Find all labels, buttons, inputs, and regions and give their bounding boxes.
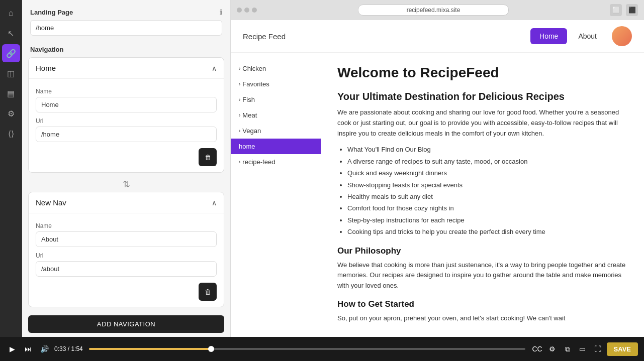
home-url-label: Url [36,117,217,125]
browser-dot-1 [237,8,242,13]
chevron-chicken: › [239,66,240,71]
browser-desktop-icon[interactable]: ⬛ [626,4,638,16]
sidebar-favorites[interactable]: › Favorites [231,76,321,92]
new-nav-name-input[interactable] [36,231,217,247]
new-nav-url-input[interactable] [36,261,217,277]
browser-dot-3 [252,8,257,13]
chevron-vegan: › [239,128,240,134]
video-time: 0:33 / 1:54 [54,345,83,352]
skip-button[interactable]: ⏭ [22,343,34,355]
sidebar-item-image[interactable]: ▤ [2,84,20,102]
site-main-subtitle: Your Ultimate Destination for Delicious … [337,91,628,102]
site-header: Recipe Feed Home About [231,20,644,53]
icon-sidebar: ⌂ ↖ 🔗 ◫ ▤ ⚙ ⟨⟩ [0,0,22,337]
chevron-up-icon: ∧ [212,64,217,72]
browser-actions: ⬜ ⬛ [610,4,638,16]
sidebar-fish[interactable]: › Fish [231,92,321,107]
panel-header: Landing Page ℹ [22,0,230,20]
nav-card-home: Home ∧ Name Url 🗑 [28,57,224,173]
browser-chrome: recipefeed.mixa.site ⬜ ⬛ [231,0,644,20]
fullscreen-button[interactable]: ⛶ [592,343,604,355]
chevron-up-icon-2: ∧ [212,199,217,207]
nav-card-new-nav-header[interactable]: New Nav ∧ [29,192,224,213]
sidebar-vegan[interactable]: › Vegan [231,123,321,139]
new-nav-url-label: Url [36,252,217,259]
site-main-intro: We are passionate about cooking and shar… [337,107,628,139]
nav-section-label: Navigation [22,42,230,57]
sidebar-item-code[interactable]: ⟨⟩ [2,125,20,143]
site-nav-about[interactable]: About [569,28,606,44]
nav-card-home-title: Home [36,64,56,72]
settings-video-button[interactable]: ⚙ [546,343,559,355]
list-item-6: Comfort food for those cozy nights in [347,202,628,214]
play-button[interactable]: ▶ [6,343,18,355]
video-progress-thumb [208,346,214,352]
new-nav-name-label: Name [36,222,217,229]
cc-button[interactable]: CC [531,343,543,355]
browser-dots [237,8,257,13]
browser-url-bar[interactable]: recipefeed.mixa.site [358,5,509,16]
theater-button[interactable]: ▭ [577,343,589,355]
video-progress-fill [89,348,211,350]
website-frame: Recipe Feed Home About › Chicken › Favor… [231,20,644,337]
left-panel: Landing Page ℹ Navigation Home ∧ Name Ur… [22,0,231,337]
landing-url-container [22,20,230,42]
home-name-input[interactable] [36,97,217,112]
sidebar-item-layers[interactable]: ◫ [2,64,20,82]
list-item-8: Cooking tips and tricks to help you crea… [347,226,628,237]
nav-card-home-body: Name Url 🗑 [29,78,224,173]
save-button[interactable]: SAVE [607,342,638,356]
site-content: › Chicken › Favorites › Fish › Meat › Ve… [231,53,644,337]
sidebar-meat[interactable]: › Meat [231,107,321,123]
chevron-favorites: › [239,81,240,87]
pip-button[interactable]: ⧉ [562,343,574,355]
sidebar-chicken[interactable]: › Chicken [231,61,321,76]
chevron-recipe-feed: › [239,159,240,165]
chevron-meat: › [239,112,240,118]
new-nav-delete-button[interactable]: 🗑 [199,283,217,301]
site-logo: Recipe Feed [243,32,286,41]
list-item-1: What You'll Find on Our Blog [347,144,628,155]
sidebar-item-home[interactable]: ⌂ [2,4,20,22]
get-started-text: So, put on your apron, preheat your oven… [337,313,628,324]
video-progress-bar[interactable] [89,348,525,350]
list-item-7: Step-by-step instructions for each recip… [347,214,628,226]
volume-button[interactable]: 🔊 [38,343,50,355]
list-item-3: Quick and easy weeknight dinners [347,167,628,179]
site-nav-home[interactable]: Home [530,28,567,44]
list-item-2: A diverse range of recipes to suit any t… [347,156,628,167]
philosophy-text: We believe that cooking is more than jus… [337,260,628,291]
list-item-5: Healthy meals to suit any diet [347,191,628,202]
browser-preview: recipefeed.mixa.site ⬜ ⬛ Recipe Feed Hom… [231,0,644,337]
sidebar-item-settings[interactable]: ⚙ [2,104,20,123]
landing-url-input[interactable] [30,20,222,36]
list-item-4: Show-stopping feasts for special events [347,179,628,191]
browser-tablet-icon[interactable]: ⬜ [610,4,622,16]
site-nav-avatar [612,26,632,46]
trash-icon: 🗑 [205,154,211,161]
video-bar: ▶ ⏭ 🔊 0:33 / 1:54 CC ⚙ ⧉ ▭ ⛶ SAVE [0,337,644,361]
nav-card-new-nav-body: Name Url 🗑 [29,213,224,307]
sidebar-item-cursor[interactable]: ↖ [2,24,20,42]
site-nav: Home About [530,26,632,46]
nav-card-new-nav: New Nav ∧ Name Url 🗑 [28,192,224,307]
home-delete-button[interactable]: 🗑 [199,148,217,166]
add-navigation-button[interactable]: ADD NAVIGATION [28,315,224,333]
swap-icon: ⇅ [123,179,130,190]
site-sidebar: › Chicken › Favorites › Fish › Meat › Ve… [231,53,321,337]
info-icon[interactable]: ℹ [220,8,222,16]
sidebar-item-link[interactable]: 🔗 [2,44,20,62]
trash-icon-2: 🗑 [205,288,211,296]
video-right-controls: CC ⚙ ⧉ ▭ ⛶ SAVE [531,342,638,356]
chevron-fish: › [239,97,240,102]
nav-card-home-header[interactable]: Home ∧ [29,58,224,78]
get-started-title: How to Get Started [337,299,628,309]
sidebar-recipe-feed[interactable]: › recipe-feed [231,154,321,170]
site-main-list: What You'll Find on Our Blog A diverse r… [347,144,628,237]
home-url-input[interactable] [36,127,217,142]
site-main: Welcome to RecipeFeed Your Ultimate Dest… [321,53,644,337]
browser-dot-2 [244,8,249,13]
sidebar-home-item[interactable]: home [231,139,321,154]
swap-icon-container: ⇅ [22,177,230,192]
philosophy-title: Our Philosophy [337,246,628,256]
